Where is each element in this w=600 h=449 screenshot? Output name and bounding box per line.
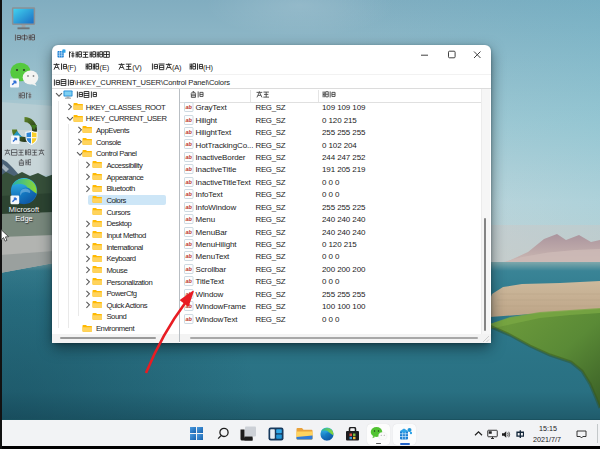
svg-text:ab: ab	[186, 116, 193, 122]
svg-text:ab: ab	[186, 191, 193, 197]
svg-text:ab: ab	[186, 266, 193, 272]
svg-text:ab: ab	[186, 228, 193, 234]
svg-text:ab: ab	[186, 179, 193, 185]
svg-text:ab: ab	[186, 203, 193, 209]
svg-text:ab: ab	[186, 129, 193, 135]
svg-text:ab: ab	[186, 104, 193, 110]
svg-text:ab: ab	[186, 216, 193, 222]
svg-text:ab: ab	[186, 154, 193, 160]
svg-text:ab: ab	[186, 303, 193, 309]
svg-text:ab: ab	[186, 253, 193, 259]
svg-text:ab: ab	[186, 290, 193, 296]
svg-text:ab: ab	[186, 278, 193, 284]
svg-text:ab: ab	[186, 141, 193, 147]
svg-text:ab: ab	[186, 241, 193, 247]
svg-text:ab: ab	[186, 315, 193, 321]
svg-text:ab: ab	[186, 166, 193, 172]
